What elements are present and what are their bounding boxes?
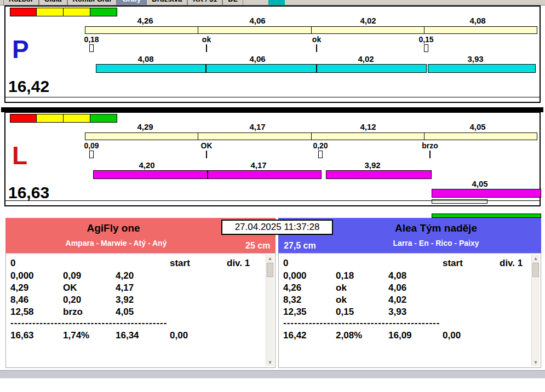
split-time: 4,12: [360, 122, 376, 131]
scroll-down-icon[interactable]: ▼: [532, 359, 540, 366]
cell: ok: [336, 283, 347, 293]
team-members: Larra - En - Rico - Paixy: [331, 239, 541, 247]
marker-label: brzo: [422, 141, 438, 150]
marker-label: 0,09: [84, 141, 99, 150]
tab-kk-51[interactable]: KK / 51: [187, 0, 222, 5]
split-scale-bar: [85, 26, 537, 34]
status-lights: [10, 114, 117, 123]
total-net: 16,09: [388, 330, 412, 341]
cell: 4,05: [116, 307, 134, 318]
marker-glyph-icon: [424, 44, 428, 52]
split-time: 4,29: [137, 122, 153, 131]
total-time: 16,63: [10, 330, 34, 341]
scale-segment: [85, 133, 198, 140]
split-time: 4,08: [469, 16, 485, 25]
run-bar-segment: [96, 65, 206, 72]
run-bar-segment-4: [432, 189, 541, 198]
cell: 4,26: [283, 283, 301, 293]
cell: 4,02: [388, 295, 406, 305]
exchange-marker: 0,18: [77, 36, 106, 52]
cell: 0,000: [283, 270, 307, 281]
cell: brzo: [63, 307, 83, 318]
scale-segment: [198, 133, 311, 140]
cell: 4,29: [10, 283, 28, 293]
marker-label: OK: [201, 141, 213, 150]
marker-glyph-icon: [206, 44, 207, 52]
separator-line: ----------------------------------------…: [10, 318, 167, 328]
lane-letter: P: [12, 37, 29, 62]
scale-segment: [198, 27, 311, 33]
exchange-marker: 0,15: [412, 36, 440, 52]
lane-letter: L: [12, 143, 27, 168]
marker-glyph-icon: [429, 151, 431, 158]
teal-indicator: [268, 0, 285, 5]
scroll-thumb[interactable]: [532, 263, 539, 277]
cell: 4,20: [116, 270, 134, 281]
run-time: 4,20: [139, 160, 154, 170]
cell: 0,000: [10, 270, 34, 281]
panel-baseline: [5, 200, 540, 201]
timestamp: 27.04.2025 11:37:28: [221, 220, 333, 235]
scrollbar[interactable]: ▲ ▼: [266, 255, 274, 366]
progress-green-bar: [432, 214, 541, 218]
cell: 12,58: [10, 307, 34, 318]
lane-panel-l: 4,29 4,17 4,12 4,05 0,09 OK 0,20 brzo 4,…: [4, 112, 541, 206]
marker-glyph-icon: [89, 44, 94, 52]
light-yellow-1: [37, 8, 64, 16]
exchange-marker: 0,09: [77, 142, 106, 158]
exchange-marker: 0,20: [306, 142, 335, 158]
team-right-results: 0 start div. 1 0,000 0,18 4,08 4,26 ok 4…: [278, 253, 541, 368]
exchange-marker: OK: [192, 142, 221, 158]
tab-cidla[interactable]: Čidla: [39, 0, 67, 5]
panel-baseline: [5, 97, 540, 97]
total-net: 16,34: [116, 330, 139, 341]
marker-label: 0,18: [84, 35, 99, 44]
scale-segment: [312, 27, 424, 33]
team-name: Alea Tým naděje: [331, 222, 541, 234]
split-scale-bar: [85, 132, 537, 140]
run-bar-segment-4: [428, 64, 536, 73]
cell: 4,08: [388, 270, 406, 281]
light-green: [90, 114, 117, 123]
team-left-results: 0 start div. 1 0,000 0,09 4,20 4,29 OK 4…: [5, 253, 276, 368]
scrollbar[interactable]: ▲ ▼: [531, 255, 540, 366]
cell: 3,92: [116, 295, 134, 305]
total-percent: 1,74%: [63, 330, 89, 341]
scroll-down-icon[interactable]: ▼: [266, 359, 274, 366]
run-time: 3,92: [364, 160, 380, 170]
run-bar-segment: [94, 171, 208, 178]
scroll-thumb[interactable]: [267, 263, 273, 277]
cell: OK: [63, 283, 77, 293]
tab-rozbor[interactable]: Rozbor: [3, 0, 39, 5]
tab-druzstva[interactable]: Družstva: [146, 0, 187, 5]
lane-number: 0: [283, 258, 288, 269]
cell: 8,46: [10, 295, 28, 305]
run-bar-segment: [206, 65, 317, 72]
tab-grafy[interactable]: Grafy: [117, 0, 146, 5]
tab-dl[interactable]: DL: [222, 0, 243, 5]
total-penalty: 0,00: [443, 330, 461, 341]
light-yellow-2: [64, 114, 90, 123]
run-bar-group: [93, 170, 322, 179]
tab-bar: Rozbor Čidla Kombi Graf Grafy Družstva K…: [0, 0, 545, 5]
scroll-up-icon[interactable]: ▲: [266, 255, 274, 262]
cell: 8,32: [283, 295, 301, 305]
scroll-up-icon[interactable]: ▲: [532, 255, 540, 262]
split-time: 4,06: [249, 16, 265, 25]
cell: 0,20: [63, 295, 81, 305]
light-green: [90, 8, 117, 16]
tab-kombi-graf[interactable]: Kombi Graf: [67, 0, 117, 5]
scale-segment: [424, 133, 537, 140]
total-time: 16,42: [283, 330, 307, 341]
cell: ok: [336, 295, 347, 305]
run-time: 4,02: [358, 54, 374, 64]
light-yellow-2: [64, 8, 90, 16]
run-time: 4,17: [250, 160, 266, 170]
marker-label: ok: [202, 35, 211, 44]
scale-segment: [85, 27, 198, 33]
marker-glyph-icon: [206, 151, 207, 158]
start-label: start: [170, 258, 190, 269]
lane-total-time: 16,63: [8, 185, 49, 201]
run-time: 4,06: [249, 54, 265, 64]
light-red: [10, 114, 37, 123]
